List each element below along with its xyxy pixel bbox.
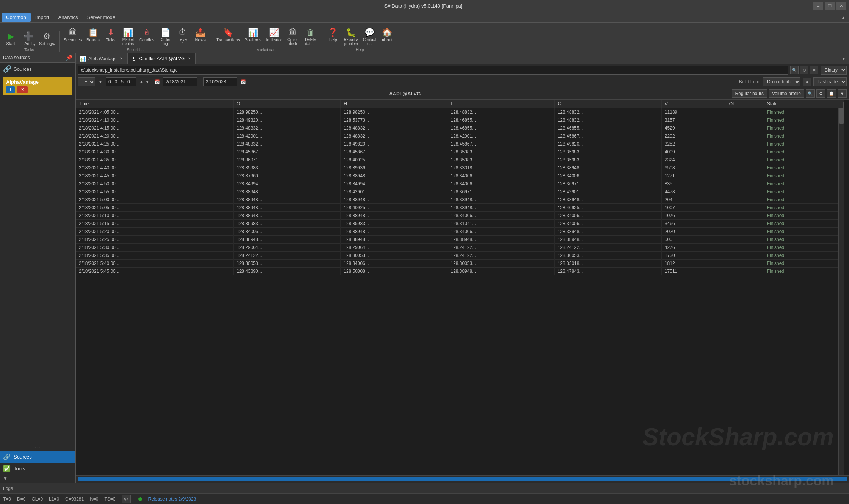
option-desk-button[interactable]: 🏛 Optiondesk bbox=[285, 27, 301, 47]
path-bar: 🔍 ⚙ ✕ Binary bbox=[76, 64, 849, 76]
sidebar-sources-bottom[interactable]: 🔗 Sources bbox=[0, 451, 75, 463]
tf-select[interactable]: TF bbox=[78, 77, 95, 86]
tabs-dropdown[interactable]: ▼ bbox=[838, 56, 849, 61]
table-row[interactable]: 2/18/2021 5:10:00... 128.38948... 128.38… bbox=[76, 212, 844, 220]
settings-button[interactable]: ⚙ Settings bbox=[37, 31, 56, 47]
contact-us-button[interactable]: 💬 Contactus bbox=[361, 27, 378, 47]
chart-settings-button[interactable]: ⚙ bbox=[816, 89, 825, 98]
about-button[interactable]: 🏠 About bbox=[379, 27, 395, 47]
news-button[interactable]: 📤 News bbox=[192, 27, 209, 47]
table-row[interactable]: 2/18/2021 4:45:00... 128.37960... 128.38… bbox=[76, 172, 844, 180]
start-button[interactable]: ▶ Start bbox=[2, 31, 19, 47]
table-row[interactable]: 2/18/2021 5:15:00... 128.35983... 128.35… bbox=[76, 220, 844, 228]
transactions-label: Transactions bbox=[216, 38, 240, 42]
menu-analytics[interactable]: Analytics bbox=[54, 13, 83, 22]
search-candles-button[interactable]: 🔍 bbox=[806, 89, 815, 98]
table-row[interactable]: 2/18/2021 4:10:00... 128.49820... 128.53… bbox=[76, 116, 844, 124]
delete-data-button[interactable]: 🗑 Deletedata... bbox=[302, 27, 319, 47]
cell-time: 2/18/2021 5:20:00... bbox=[76, 228, 233, 236]
table-row[interactable]: 2/18/2021 5:35:00... 128.24122... 128.30… bbox=[76, 252, 844, 260]
status-n-label: N=0 bbox=[90, 496, 98, 502]
more-options-button[interactable]: ▼ bbox=[838, 89, 847, 98]
view-chart-button[interactable]: 📋 bbox=[827, 89, 836, 98]
alphavantage-disconnect-button[interactable]: X bbox=[17, 86, 28, 93]
table-row[interactable]: 2/18/2021 4:20:00... 128.42901... 128.48… bbox=[76, 132, 844, 140]
sidebar-sources-item[interactable]: 🔗 Sources bbox=[0, 63, 75, 75]
contact-us-label: Contactus bbox=[363, 38, 376, 46]
tf-time-down[interactable]: ▼ bbox=[145, 79, 150, 85]
table-row[interactable]: 2/18/2021 4:30:00... 128.45867... 128.45… bbox=[76, 148, 844, 156]
cell-o: 128.38948... bbox=[233, 196, 340, 204]
minimize-button[interactable]: – bbox=[813, 2, 823, 10]
positions-button[interactable]: 📊 Positions bbox=[243, 27, 264, 47]
path-search-button[interactable]: 🔍 bbox=[790, 66, 799, 74]
volume-profile-button[interactable]: Volume profile bbox=[769, 89, 804, 98]
cell-l: 128.35983... bbox=[447, 156, 554, 164]
level1-button[interactable]: ⏱ Level1 bbox=[174, 27, 191, 47]
cell-c: 128.38948... bbox=[554, 196, 661, 204]
indicator-button[interactable]: 📈 Indicator bbox=[264, 27, 284, 47]
table-row[interactable]: 2/18/2021 4:50:00... 128.34994... 128.34… bbox=[76, 180, 844, 188]
order-log-button[interactable]: 📄 Orderlog bbox=[157, 27, 174, 47]
sidebar-dots[interactable]: · · · bbox=[0, 443, 75, 451]
build-from-clear[interactable]: ✕ bbox=[803, 78, 811, 86]
alphavantage-tab-close[interactable]: ✕ bbox=[119, 56, 124, 61]
regular-hours-button[interactable]: Regular hours bbox=[732, 89, 767, 98]
table-row[interactable]: 2/18/2021 5:25:00... 128.38948... 128.38… bbox=[76, 236, 844, 244]
sidebar-expand-button[interactable]: ▼ bbox=[0, 474, 75, 483]
menu-common[interactable]: Common bbox=[2, 13, 31, 22]
table-row[interactable]: 2/18/2021 5:00:00... 128.38948... 128.38… bbox=[76, 196, 844, 204]
cell-state: Finished bbox=[764, 116, 843, 124]
sidebar-tools-bottom[interactable]: ✅ Tools bbox=[0, 463, 75, 474]
restore-button[interactable]: ❐ bbox=[825, 2, 835, 10]
ticks-button[interactable]: ⬇ Ticks bbox=[102, 27, 119, 47]
release-link[interactable]: Release notes 2/9/2023 bbox=[148, 496, 196, 502]
level1-label: Level1 bbox=[178, 38, 187, 46]
status-settings-button[interactable]: ⚙ bbox=[122, 495, 131, 503]
path-settings-button[interactable]: ⚙ bbox=[800, 66, 808, 74]
table-row[interactable]: 2/18/2021 5:05:00... 128.38948... 128.40… bbox=[76, 204, 844, 212]
boards-button[interactable]: 📋 Boards bbox=[85, 27, 102, 47]
candles-tab-close[interactable]: ✕ bbox=[187, 56, 191, 61]
cell-o: 128.35983... bbox=[233, 164, 340, 172]
table-row[interactable]: 2/18/2021 5:20:00... 128.34006... 128.38… bbox=[76, 228, 844, 236]
cell-time: 2/18/2021 4:10:00... bbox=[76, 116, 233, 124]
table-row[interactable]: 2/18/2021 4:25:00... 128.48832... 128.49… bbox=[76, 140, 844, 148]
close-button[interactable]: ✕ bbox=[836, 2, 846, 10]
data-table-wrapper[interactable]: Time O H L C V OI State 2/18/2021 4:05:0… bbox=[76, 100, 849, 475]
cell-time: 2/18/2021 4:20:00... bbox=[76, 132, 233, 140]
tf-date-from-input[interactable] bbox=[163, 77, 197, 86]
menu-collapse-arrow[interactable]: ▲ bbox=[839, 14, 847, 21]
table-row[interactable]: 2/18/2021 4:15:00... 128.48832... 128.48… bbox=[76, 124, 844, 132]
menu-server-mode[interactable]: Server mode bbox=[83, 13, 120, 22]
help-button[interactable]: ❓ Help bbox=[325, 27, 341, 47]
tf-time-input[interactable] bbox=[106, 77, 136, 86]
tf-time-up[interactable]: ▲ bbox=[139, 79, 144, 85]
sidebar-pin-button[interactable]: 📌 bbox=[66, 55, 72, 61]
candles-button[interactable]: 🕯 Candles bbox=[137, 27, 156, 47]
table-row[interactable]: 2/18/2021 4:40:00... 128.35983... 128.39… bbox=[76, 164, 844, 172]
add-button[interactable]: ➕ Add bbox=[20, 31, 36, 47]
table-row[interactable]: 2/18/2021 4:35:00... 128.36971... 128.40… bbox=[76, 156, 844, 164]
table-row[interactable]: 2/18/2021 5:40:00... 128.30053... 128.34… bbox=[76, 260, 844, 268]
path-input[interactable] bbox=[78, 66, 788, 75]
tab-candles-aapl[interactable]: 🕯 Candles AAPL@ALVG ✕ bbox=[128, 53, 196, 64]
build-from-select[interactable]: Do not build bbox=[763, 77, 800, 86]
tab-alphavantage[interactable]: 📊 AlphaVantage ✕ bbox=[76, 53, 128, 64]
report-problem-button[interactable]: 🐛 Report aproblem bbox=[342, 27, 360, 47]
tf-date-to-input[interactable] bbox=[203, 77, 237, 86]
binary-dropdown[interactable]: Binary bbox=[821, 66, 847, 75]
settings-icon: ⚙ bbox=[43, 32, 50, 41]
securities-button[interactable]: 🏛 Securities bbox=[62, 27, 84, 47]
table-row[interactable]: 2/18/2021 5:45:00... 128.43890... 128.50… bbox=[76, 268, 844, 275]
table-row[interactable]: 2/18/2021 4:05:00... 128.98250... 128.98… bbox=[76, 108, 844, 116]
path-clear-button[interactable]: ✕ bbox=[810, 66, 818, 74]
market-depths-button[interactable]: 📊 Marketdepths bbox=[120, 27, 137, 47]
table-row[interactable]: 2/18/2021 4:55:00... 128.38948... 128.42… bbox=[76, 188, 844, 196]
alphavantage-connect-button[interactable]: I bbox=[6, 86, 15, 93]
cell-oi bbox=[726, 148, 764, 156]
last-trade-select[interactable]: Last trade bbox=[813, 77, 847, 86]
table-row[interactable]: 2/18/2021 5:30:00... 128.29064... 128.29… bbox=[76, 244, 844, 252]
transactions-button[interactable]: 🔖 Transactions bbox=[214, 27, 242, 47]
menu-import[interactable]: Import bbox=[31, 13, 54, 22]
